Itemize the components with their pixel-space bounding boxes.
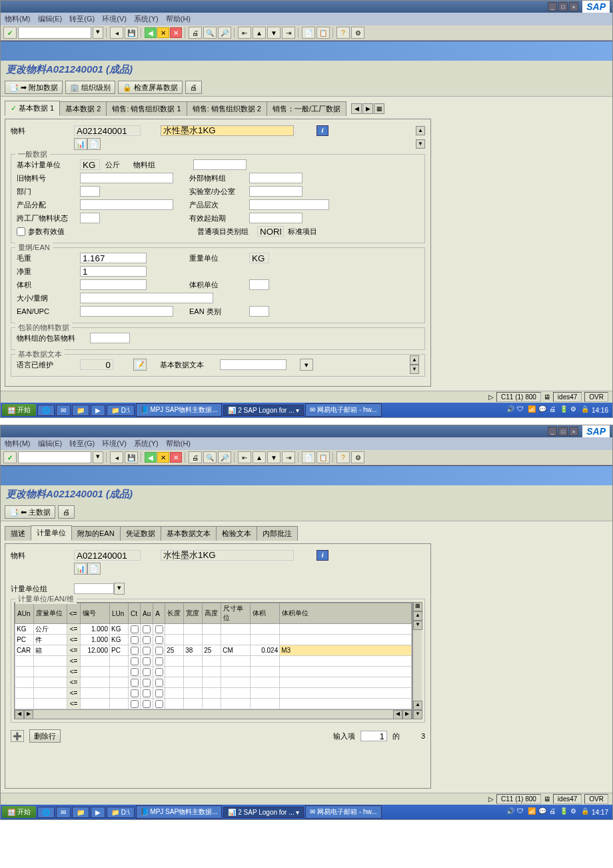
doc-icon[interactable]: 📄 (87, 138, 101, 150)
v-scroll-down-icon[interactable]: ▼ (413, 621, 422, 630)
table-row[interactable]: <= (15, 688, 412, 699)
text-scroll-up-icon[interactable]: ▲ (410, 355, 419, 365)
cell-volume[interactable] (251, 624, 279, 634)
command-dropdown-icon[interactable]: ▾ (93, 27, 103, 39)
cell-ct-checkbox[interactable] (131, 647, 139, 655)
quick-launch-folder-icon[interactable]: 📁 (72, 405, 89, 416)
cell-a-checkbox[interactable] (155, 647, 163, 655)
cell-au-checkbox[interactable] (143, 700, 151, 708)
last-page-icon[interactable]: ⇥ (282, 27, 295, 39)
cell-size-unit[interactable] (221, 635, 250, 645)
cell-a-checkbox[interactable] (155, 668, 163, 676)
menu-env[interactable]: 环境(V) (102, 439, 127, 447)
config-icon[interactable]: ▦ (413, 602, 422, 611)
cell-a-checkbox[interactable] (155, 657, 163, 665)
cell-volume-unit[interactable] (280, 699, 411, 709)
col-volume[interactable]: 体积 (251, 603, 280, 624)
tab-basic2[interactable]: 基本数据 2 (59, 101, 107, 116)
cell-size-unit[interactable] (221, 656, 250, 666)
layout-icon[interactable]: ⚙ (351, 27, 364, 39)
print-icon[interactable]: 🖨 (189, 451, 202, 463)
back-icon[interactable]: ◂ (110, 451, 123, 463)
cell-size-unit[interactable] (221, 688, 250, 698)
pack-matgroup-field[interactable] (90, 333, 130, 343)
cell-length[interactable] (165, 635, 183, 645)
cell-au-checkbox[interactable] (143, 625, 151, 633)
v-scroll-up2-icon[interactable]: ▲ (413, 701, 422, 710)
entry-current-field[interactable] (360, 731, 387, 741)
check-screen-button[interactable]: 🔒 检查屏幕数据 (118, 81, 183, 94)
classify-icon[interactable]: 📊 (74, 138, 87, 150)
tray-icon[interactable]: 💬 (538, 807, 548, 817)
tab-sales-plant[interactable]: 销售：一般/工厂数据 (267, 101, 346, 116)
cell-lun[interactable] (110, 667, 128, 677)
table-row[interactable]: <= (15, 645, 412, 656)
info-icon[interactable]: i (316, 125, 328, 136)
col-measure-unit[interactable]: 度量单位 (34, 603, 67, 624)
cell-measure[interactable] (34, 688, 67, 698)
tray-icon[interactable]: 🖨 (549, 807, 558, 817)
cell-width[interactable] (184, 635, 202, 645)
tray-icon[interactable]: 🔋 (560, 405, 569, 415)
cell-number[interactable] (81, 635, 109, 645)
cell-size-unit[interactable] (221, 677, 250, 687)
print-button[interactable]: 🖨 (58, 505, 75, 519)
cell-volume-unit[interactable] (280, 688, 411, 698)
print-icon[interactable]: 🖨 (189, 27, 202, 39)
param-valid-checkbox[interactable] (17, 227, 25, 236)
menu-system[interactable]: 系统(Y) (134, 15, 159, 23)
back-nav-icon[interactable]: ◀ (145, 452, 157, 463)
ean-upc-field[interactable] (80, 306, 173, 317)
cell-volume-unit[interactable] (280, 645, 411, 655)
status-arrow-icon[interactable]: ▷ (488, 795, 494, 803)
col-length[interactable]: 长度 (165, 603, 184, 624)
task-sap[interactable]: 📊 2 SAP Logon for ... ▾ (223, 807, 304, 818)
goto-button[interactable]: 📑 ➡ 附加数据 (5, 81, 63, 94)
cell-au-checkbox[interactable] (143, 636, 151, 644)
cell-volume[interactable] (251, 656, 279, 666)
volume-field[interactable] (80, 279, 147, 290)
cell-a-checkbox[interactable] (155, 636, 163, 644)
cell-width[interactable] (184, 688, 202, 698)
menu-material[interactable]: 物料(M) (5, 439, 31, 447)
command-field[interactable] (18, 451, 91, 463)
cell-au-checkbox[interactable] (143, 679, 151, 687)
enter-icon[interactable]: ✓ (3, 27, 17, 39)
minimize-icon[interactable]: _ (548, 2, 557, 11)
exit-icon[interactable]: ✕ (157, 452, 169, 463)
cell-a-checkbox[interactable] (155, 689, 163, 697)
cancel-icon[interactable]: ✕ (170, 452, 182, 463)
find-next-icon[interactable]: 🔎 (218, 27, 231, 39)
new-session-icon[interactable]: 📄 (302, 27, 315, 39)
cell-aun[interactable] (15, 624, 33, 634)
col-number[interactable]: 编号 (81, 603, 110, 624)
table-row[interactable]: <= (15, 624, 412, 635)
uom-group-dropdown-icon[interactable]: ▾ (114, 583, 125, 595)
tab-inspection[interactable]: 检验文本 (216, 526, 257, 541)
cell-number[interactable] (81, 667, 109, 677)
cell-size-unit[interactable] (221, 667, 250, 677)
command-field[interactable] (18, 27, 91, 39)
back-nav-icon[interactable]: ◀ (145, 27, 157, 38)
cell-measure[interactable] (34, 624, 67, 634)
text-scroll-down-icon[interactable]: ▼ (410, 365, 419, 374)
tray-icon[interactable]: 🔋 (560, 807, 569, 817)
tray-icon[interactable]: ⚙ (570, 807, 580, 817)
col-arrow[interactable]: <= (67, 603, 81, 624)
ext-matgroup-field[interactable] (249, 173, 303, 183)
layout-icon[interactable]: ⚙ (351, 451, 364, 463)
cell-lun[interactable] (110, 688, 128, 698)
shortcut-icon[interactable]: 📋 (316, 27, 330, 39)
tray-icon[interactable]: 💬 (538, 405, 548, 415)
table-row[interactable]: <= (15, 677, 412, 688)
ean-category-field[interactable] (249, 306, 269, 317)
col-volume-unit[interactable]: 体积单位 (280, 603, 412, 624)
tray-icon[interactable]: 📶 (528, 405, 537, 415)
cell-aun[interactable] (15, 688, 33, 698)
cell-volume[interactable] (251, 688, 279, 698)
cell-volume[interactable] (251, 667, 279, 677)
lab-field[interactable] (249, 186, 303, 197)
close-icon[interactable]: × (569, 427, 578, 436)
quick-launch-player-icon[interactable]: ▶ (91, 405, 105, 416)
menu-goto[interactable]: 转至(G) (69, 439, 95, 447)
